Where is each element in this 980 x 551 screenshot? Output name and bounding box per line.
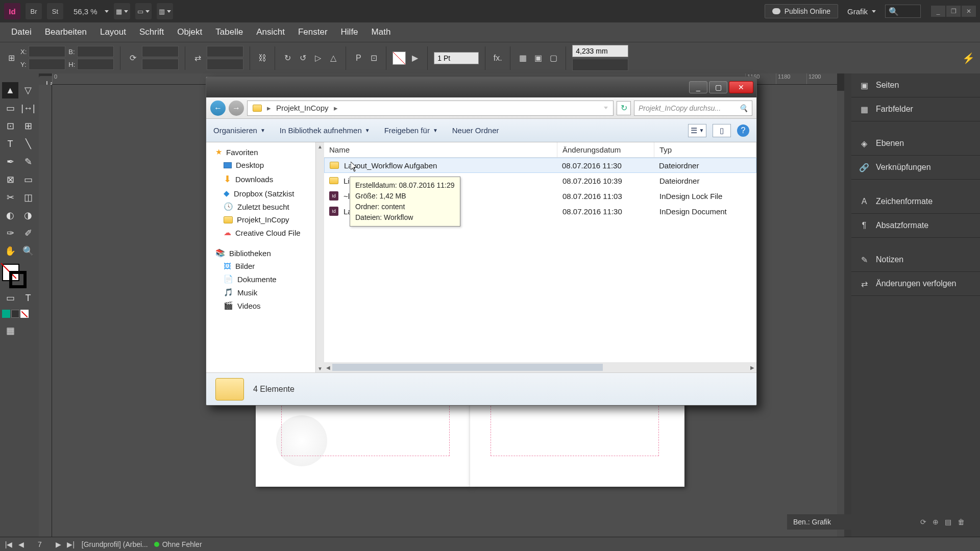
rotate-icon[interactable]: ⟳ <box>127 52 139 64</box>
window-minimize-button[interactable]: _ <box>931 6 945 17</box>
refresh-button[interactable]: ↻ <box>617 101 631 115</box>
free-transform-tool[interactable]: ◫ <box>20 189 36 206</box>
explorer-search[interactable]: Projekt_InCopy durchsu... 🔍 <box>634 101 752 116</box>
text-wrap-none-icon[interactable]: ▦ <box>517 52 529 64</box>
toolbar-bibliothek[interactable]: In Bibliothek aufnehmen ▼ <box>280 126 370 135</box>
folder-tree[interactable]: ★Favoriten Desktop ⬇Downloads ◆Dropbox (… <box>206 142 316 372</box>
rotate-ccw-icon[interactable]: ↺ <box>297 52 309 64</box>
current-page-field[interactable]: 7 <box>29 540 51 548</box>
tree-favoriten[interactable]: ★Favoriten <box>206 145 315 159</box>
pen-tool[interactable]: ✒ <box>2 154 18 170</box>
x-field[interactable] <box>29 46 65 57</box>
fill-stroke-swatch[interactable] <box>2 264 27 288</box>
menu-schrift[interactable]: Schrift <box>133 24 170 40</box>
formatting-container-icon[interactable]: ▭ <box>2 290 18 306</box>
tree-desktop[interactable]: Desktop <box>206 159 315 171</box>
tree-musik[interactable]: 🎵Musik <box>206 286 315 299</box>
preview-pane-button[interactable]: ▯ <box>713 124 731 137</box>
scroll-right-icon[interactable]: ▶ <box>748 363 756 371</box>
rectangle-tool[interactable]: ▭ <box>20 171 36 188</box>
window-restore-button[interactable]: ❐ <box>946 6 961 17</box>
list-header[interactable]: Name Änderungsdatum Typ <box>324 142 756 158</box>
selection-tool[interactable]: ▲ <box>2 82 18 98</box>
breadcrumb-segment[interactable]: Projekt_InCopy <box>276 104 329 112</box>
flip-horizontal-icon[interactable]: ▷ <box>312 52 324 64</box>
type-tool[interactable]: T <box>2 136 18 152</box>
screen-mode-button[interactable]: ▭ <box>135 3 152 19</box>
hand-tool[interactable]: ✋ <box>2 243 18 259</box>
eyedropper-tool[interactable]: ✐ <box>20 225 36 241</box>
window-close-button[interactable]: ✕ <box>962 6 976 17</box>
preflight-status[interactable]: Ohne Fehler <box>154 540 202 548</box>
panel-seiten[interactable]: ▣Seiten <box>851 73 980 97</box>
menu-ansicht[interactable]: Ansicht <box>250 24 291 40</box>
panel-notizen[interactable]: ✎Notizen <box>851 248 980 272</box>
constrain-icon[interactable]: ⛓ <box>256 52 268 64</box>
tree-scrollbar[interactable]: ▲ ▼ <box>316 142 324 372</box>
trash-icon[interactable]: 🗑 <box>958 518 965 526</box>
quick-apply-icon[interactable]: ⚡ <box>962 52 975 64</box>
list-item[interactable]: Layout_Workflow Aufgaben 08.07.2016 11:3… <box>324 158 756 173</box>
page-navigator[interactable]: |◀ ◀ 7 ▶ ▶| <box>4 540 76 549</box>
select-container-icon[interactable]: P <box>352 52 364 64</box>
apply-gradient-icon[interactable] <box>11 310 19 318</box>
text-wrap-bounding-icon[interactable]: ▣ <box>532 52 544 64</box>
update-icon[interactable]: ⊕ <box>933 518 939 526</box>
gap-tool[interactable]: |↔| <box>20 100 36 116</box>
scale-x-field[interactable] <box>142 46 179 57</box>
screen-mode-normal-icon[interactable]: ▦ <box>2 322 18 339</box>
nav-back-button[interactable]: ← <box>210 101 226 116</box>
tree-ccf[interactable]: ☁Creative Cloud File <box>206 226 315 239</box>
effects-icon[interactable]: fx. <box>492 52 504 64</box>
indent-field[interactable]: 4,233 mm <box>572 45 628 57</box>
scroll-down-icon[interactable]: ▼ <box>316 364 324 372</box>
fill-swatch-icon[interactable] <box>393 52 406 65</box>
arrange-button[interactable]: ▥ <box>157 3 173 19</box>
rectangle-frame-tool[interactable]: ⊠ <box>2 171 18 188</box>
scroll-up-icon[interactable]: ▲ <box>316 142 324 151</box>
new-icon[interactable]: ▤ <box>945 518 951 526</box>
help-icon[interactable]: ? <box>737 124 749 137</box>
flip-h-icon[interactable]: ⇄ <box>191 52 204 64</box>
view-mode-button[interactable]: ☰ ▼ <box>688 124 706 137</box>
reference-point-icon[interactable]: ⊞ <box>5 52 17 64</box>
y-field[interactable] <box>29 59 65 70</box>
vertical-scrollbar[interactable] <box>844 73 851 537</box>
view-options-button[interactable]: ▦ <box>114 3 130 19</box>
note-tool[interactable]: ✑ <box>2 225 18 241</box>
gradient-feather-tool[interactable]: ◑ <box>20 207 36 223</box>
last-page-icon[interactable]: ▶| <box>66 540 76 549</box>
explorer-maximize-button[interactable]: ▢ <box>709 81 727 93</box>
menu-math[interactable]: Math <box>365 24 397 40</box>
tree-downloads[interactable]: ⬇Downloads <box>206 171 315 187</box>
scrollbar-thumb[interactable] <box>332 364 603 371</box>
breadcrumb[interactable]: ▸ Projekt_InCopy ▸ <box>247 101 614 116</box>
explorer-titlebar[interactable]: _ ▢ ✕ <box>206 77 756 97</box>
menu-datei[interactable]: Datei <box>5 24 38 40</box>
list-h-scrollbar[interactable]: ◀ ▶ <box>324 362 756 372</box>
panel-verknuepfungen[interactable]: 🔗Verknüpfungen <box>851 156 980 180</box>
text-wrap-shape-icon[interactable]: ▢ <box>547 52 559 64</box>
story-button[interactable]: St <box>47 3 63 19</box>
help-search[interactable]: 🔍 <box>885 5 921 18</box>
bridge-button[interactable]: Br <box>26 3 42 19</box>
panel-ebenen[interactable]: ◈Ebenen <box>851 132 980 156</box>
apply-none-icon[interactable] <box>20 310 29 318</box>
direct-selection-tool[interactable]: ▽ <box>20 82 36 98</box>
tree-dokumente[interactable]: 📄Dokumente <box>206 272 315 286</box>
flip-vertical-icon[interactable]: △ <box>327 52 339 64</box>
w-field[interactable] <box>77 46 114 57</box>
rotate-cw-icon[interactable]: ↻ <box>281 52 293 64</box>
zoom-control[interactable]: 56,3 % <box>68 7 109 16</box>
tree-videos[interactable]: 🎬Videos <box>206 299 315 312</box>
publish-online-button[interactable]: Publish Online <box>765 4 838 18</box>
content-collector-tool[interactable]: ⊡ <box>2 118 18 134</box>
toolbar-freigeben[interactable]: Freigeben für ▼ <box>384 126 438 135</box>
pencil-tool[interactable]: ✎ <box>20 154 36 170</box>
col-type[interactable]: Typ <box>654 142 756 157</box>
explorer-close-button[interactable]: ✕ <box>729 81 753 93</box>
menu-hilfe[interactable]: Hilfe <box>335 24 364 40</box>
apply-icon[interactable]: ▶ <box>409 52 421 64</box>
line-tool[interactable]: ╲ <box>20 136 36 152</box>
col-name[interactable]: Name <box>324 142 557 157</box>
